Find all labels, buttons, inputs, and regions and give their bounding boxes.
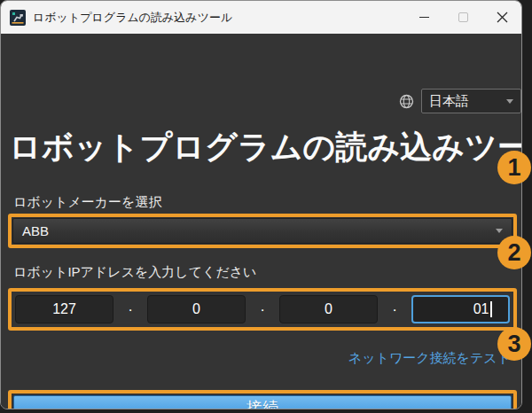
connect-button[interactable]: 接続 — [13, 395, 512, 409]
ip-separator: · — [128, 302, 133, 317]
annotation-box-3: 接続 — [8, 390, 517, 409]
screenshot-canvas: ロボットプログラムの読み込みツール 日本語 — [0, 0, 532, 413]
ip-octet-4-input[interactable]: 01 — [411, 295, 510, 323]
annotation-box-1: ABB — [8, 214, 517, 248]
globe-icon — [399, 94, 414, 109]
app-window: ロボットプログラムの読み込みツール 日本語 — [0, 0, 522, 409]
ip-label: ロボットIPアドレスを入力してください — [13, 264, 256, 281]
minimize-icon — [419, 17, 429, 18]
annotation-badge-1: 1 — [497, 151, 531, 184]
ip-separator: · — [392, 302, 397, 317]
ip-octet-2-input[interactable]: 0 — [147, 295, 246, 323]
ip-octet-1-input[interactable]: 127 — [15, 295, 113, 323]
window-body: 日本語 ロボットプログラムの読み込みツール ロボットメーカーを選択 ABB ロボ… — [1, 34, 521, 409]
ip-octet-4-value: 01 — [473, 301, 489, 317]
ip-octet-3-input[interactable]: 0 — [279, 295, 378, 323]
maximize-icon — [458, 12, 468, 22]
network-test-link[interactable]: ネットワーク接続をテスト — [348, 350, 511, 367]
app-icon — [10, 10, 26, 26]
close-icon — [497, 12, 508, 23]
maximize-button[interactable] — [443, 1, 482, 34]
chevron-down-icon — [496, 229, 503, 233]
page-title: ロボットプログラムの読み込みツール — [9, 126, 522, 169]
manufacturer-select[interactable]: ABB — [12, 218, 512, 244]
window-title: ロボットプログラムの読み込みツール — [33, 10, 232, 26]
ip-separator: · — [260, 302, 265, 317]
annotation-badge-2: 2 — [497, 236, 531, 269]
manufacturer-label: ロボットメーカーを選択 — [13, 194, 161, 211]
language-selected-value: 日本語 — [429, 93, 506, 110]
ip-address-row: 127 · 0 · 0 · 01 — [12, 292, 513, 327]
chevron-down-icon — [506, 99, 513, 104]
annotation-badge-3: 3 — [497, 327, 531, 361]
close-button[interactable] — [482, 1, 521, 34]
manufacturer-selected-value: ABB — [22, 223, 496, 238]
minimize-button[interactable] — [404, 1, 443, 34]
text-caret — [490, 301, 492, 317]
annotation-box-2: 127 · 0 · 0 · 01 — [8, 288, 517, 331]
titlebar[interactable]: ロボットプログラムの読み込みツール — [1, 1, 521, 34]
language-select[interactable]: 日本語 — [421, 89, 521, 113]
